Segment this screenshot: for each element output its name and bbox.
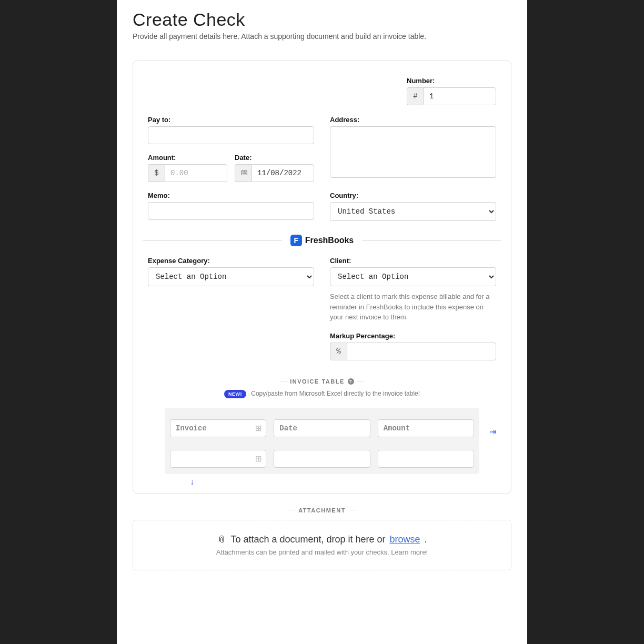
copy-paste-hint: Copy/paste from Microsoft Excel directly… — [251, 390, 420, 397]
col-header-invoice[interactable] — [170, 419, 266, 437]
markup-label: Markup Percentage: — [330, 332, 496, 340]
dropzone-text-pre: To attach a document, drop it here or — [230, 534, 385, 545]
invoice-table-heading: INVOICE TABLE — [290, 378, 345, 385]
col-header-amount[interactable] — [378, 419, 474, 437]
amount-field[interactable] — [165, 164, 227, 182]
address-label: Address: — [330, 116, 496, 124]
date-field[interactable] — [251, 164, 314, 182]
freshbooks-logo-icon: F — [290, 235, 302, 246]
freshbooks-brand: FreshBooks — [305, 236, 354, 245]
cell-date[interactable] — [274, 450, 370, 468]
percent-icon: % — [330, 343, 347, 360]
expense-label: Expense Category: — [148, 257, 314, 265]
dropzone-subtext: Attachments can be printed and mailed wi… — [144, 548, 500, 556]
info-icon[interactable]: ? — [348, 378, 354, 385]
memo-label: Memo: — [148, 192, 314, 199]
dropzone-text-post: . — [425, 534, 427, 545]
payto-label: Pay to: — [148, 116, 314, 124]
browse-link[interactable]: browse — [390, 534, 420, 545]
client-help-text: Select a client to mark this expense bil… — [330, 291, 496, 323]
cell-amount[interactable] — [378, 450, 474, 468]
hash-icon: # — [407, 87, 424, 105]
invoice-table: ⊞ ⊞ — [165, 408, 479, 474]
add-row-icon[interactable]: ↓ — [165, 474, 479, 487]
attachment-heading: ATTACHMENT — [298, 507, 346, 514]
page-title: Create Check — [133, 9, 511, 30]
payto-field[interactable] — [148, 126, 314, 144]
number-field[interactable] — [424, 87, 496, 105]
client-label: Client: — [330, 257, 496, 265]
add-column-icon[interactable]: ⇥ — [489, 427, 496, 437]
number-label: Number: — [407, 77, 496, 85]
check-card: Number: # Pay to: Amount: — [133, 61, 511, 494]
memo-field[interactable] — [148, 202, 314, 220]
dollar-icon: $ — [148, 164, 165, 182]
expense-select[interactable]: Select an Option — [148, 267, 314, 286]
address-field[interactable] — [330, 126, 496, 178]
new-badge: NEW! — [224, 390, 246, 398]
attachment-dropzone[interactable]: 📎︎ To attach a document, drop it here or… — [133, 520, 511, 570]
col-header-date[interactable] — [274, 419, 370, 437]
amount-label: Amount: — [148, 154, 227, 162]
cell-invoice[interactable] — [170, 450, 266, 468]
client-select[interactable]: Select an Option — [330, 267, 496, 286]
paperclip-icon: 📎︎ — [217, 534, 226, 545]
markup-field[interactable] — [347, 343, 496, 360]
table-row: ⊞ — [165, 444, 479, 474]
date-label: Date: — [235, 154, 314, 162]
table-header-row: ⊞ — [165, 408, 479, 444]
country-select[interactable]: United States — [330, 202, 496, 221]
page-subtitle: Provide all payment details here. Attach… — [133, 32, 511, 41]
country-label: Country: — [330, 192, 496, 199]
calendar-icon: 📅︎ — [235, 164, 251, 182]
